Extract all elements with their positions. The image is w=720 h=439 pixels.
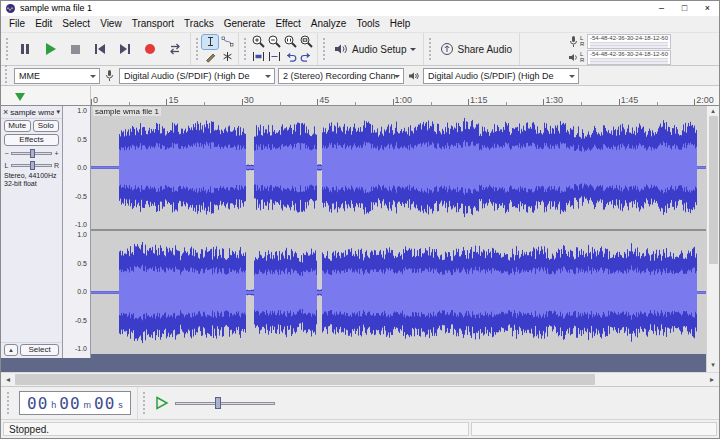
- menu-item[interactable]: Generate: [219, 16, 271, 32]
- menu-item[interactable]: Help: [385, 16, 416, 32]
- pause-button[interactable]: [12, 37, 37, 62]
- silence-audio-button[interactable]: [266, 49, 282, 63]
- close-button[interactable]: ×: [696, 1, 719, 16]
- menu-item[interactable]: Transport: [127, 16, 179, 32]
- vertical-scrollbar-bottom[interactable]: ▾: [706, 358, 719, 372]
- gain-slider[interactable]: − +: [1, 147, 62, 159]
- audacity-logo-icon: [5, 3, 16, 14]
- select-track-button[interactable]: Select: [20, 344, 59, 356]
- meter-scale-label: -18: [642, 35, 651, 42]
- skip-to-end-button[interactable]: [112, 37, 137, 62]
- pan-slider[interactable]: L R: [1, 159, 62, 171]
- pan-slider-thumb[interactable]: [30, 161, 35, 170]
- toolbar-gripper[interactable]: [7, 392, 11, 414]
- draw-tool-button[interactable]: [202, 50, 218, 64]
- waveform-area[interactable]: sample wma file 1: [91, 106, 706, 358]
- zoom-out-button[interactable]: [266, 34, 282, 48]
- effects-button[interactable]: Effects: [4, 134, 59, 146]
- scroll-up-arrow-icon[interactable]: ▴: [711, 106, 715, 116]
- play-at-speed-button[interactable]: [154, 395, 170, 411]
- timeline-ruler[interactable]: 0 15 30 45 1:00 1:15: [91, 86, 719, 105]
- waveform-canvas-left[interactable]: [91, 106, 706, 231]
- play-at-speed-toolbar: [137, 387, 278, 419]
- menu-item[interactable]: Select: [57, 16, 95, 32]
- vertical-ruler[interactable]: 1.00.50.0-0.5-1.0 1.00.50.0-0.5-1.0: [63, 106, 91, 358]
- toolbar-gripper[interactable]: [5, 65, 9, 87]
- collapse-track-button[interactable]: ▲: [4, 344, 18, 356]
- undo-button[interactable]: [282, 49, 298, 63]
- minimize-button[interactable]: –: [650, 1, 673, 16]
- playback-speed-slider[interactable]: [175, 396, 275, 410]
- record-button[interactable]: [137, 37, 162, 62]
- menu-item[interactable]: Analyze: [306, 16, 352, 32]
- menu-item[interactable]: View: [95, 16, 127, 32]
- menu-bar: FileEditSelectViewTransportTracksGenerat…: [1, 16, 719, 32]
- recording-channels-select[interactable]: 2 (Stereo) Recording Chann: [278, 68, 404, 84]
- envelope-tool-button[interactable]: [219, 35, 235, 49]
- empty-track-space[interactable]: [1, 358, 706, 372]
- skip-to-start-button[interactable]: [87, 37, 112, 62]
- recording-device-select[interactable]: Digital Audio (S/PDIF) (High De: [119, 68, 275, 84]
- time-minutes[interactable]: 00: [59, 394, 80, 413]
- fit-project-button[interactable]: [298, 34, 314, 48]
- time-seconds[interactable]: 00: [94, 394, 115, 413]
- selection-tool-button[interactable]: [202, 35, 218, 49]
- time-hours[interactable]: 00: [27, 394, 48, 413]
- timeline-tick: 30: [242, 88, 252, 105]
- pan-slider-groove[interactable]: [11, 164, 52, 167]
- menu-item[interactable]: File: [4, 16, 30, 32]
- vertical-scrollbar[interactable]: ▴: [706, 106, 719, 358]
- recording-meter[interactable]: L R -54-48-42-36-30-24-18-12-60: [568, 34, 671, 49]
- redo-button[interactable]: [298, 49, 314, 63]
- share-audio-button[interactable]: Share Audio: [435, 36, 517, 62]
- audio-setup-button[interactable]: Audio Setup: [329, 36, 420, 62]
- menu-item[interactable]: Edit: [30, 16, 57, 32]
- horizontal-scrollbar-thumb[interactable]: [15, 374, 595, 385]
- gain-slider-groove[interactable]: [11, 152, 52, 155]
- menu-item[interactable]: Effect: [270, 16, 305, 32]
- toolbar-gripper[interactable]: [244, 38, 248, 60]
- meter-scale-label: -24: [633, 51, 642, 58]
- scroll-left-arrow-icon[interactable]: ◂: [1, 375, 15, 384]
- gain-slider-thumb[interactable]: [30, 149, 35, 158]
- meter-bar-right: [590, 45, 668, 48]
- playback-device-select[interactable]: Digital Audio (S/PDIF) (High De: [423, 68, 579, 84]
- toolbar-gripper[interactable]: [323, 38, 327, 60]
- toolbar-gripper[interactable]: [429, 38, 433, 60]
- meter-right-label: R: [580, 41, 586, 47]
- timeline-tick: 1:00: [393, 88, 411, 105]
- fit-selection-button[interactable]: [282, 34, 298, 48]
- scroll-right-arrow-icon[interactable]: ▸: [705, 375, 719, 384]
- mute-button[interactable]: Mute: [4, 120, 31, 132]
- zoom-in-button[interactable]: [250, 34, 266, 48]
- waveform-canvas-right[interactable]: [91, 231, 706, 354]
- loop-button[interactable]: [162, 37, 187, 62]
- amplitude-label: 0.5: [77, 260, 87, 268]
- scroll-down-arrow-icon[interactable]: ▾: [711, 360, 715, 370]
- audio-position-field[interactable]: 00 h 00 m 00 s: [19, 391, 131, 415]
- vertical-scrollbar-thumb[interactable]: [709, 116, 718, 264]
- play-button[interactable]: [37, 37, 62, 62]
- horizontal-scrollbar[interactable]: ◂ ▸: [1, 372, 719, 386]
- playback-meter[interactable]: L R -54-48-42-36-30-24-18-12-60: [568, 50, 671, 65]
- meter-channel-labels: L R: [580, 51, 586, 63]
- toolbar-gripper[interactable]: [196, 38, 200, 60]
- timeline-tick-label: 1:45: [621, 95, 639, 105]
- multi-tool-button[interactable]: [219, 50, 235, 64]
- horizontal-scrollbar-track[interactable]: [15, 373, 705, 386]
- track-title[interactable]: sample wma: [10, 108, 54, 117]
- speed-slider-groove[interactable]: [175, 402, 275, 405]
- toolbar-gripper[interactable]: [143, 392, 147, 414]
- maximize-button[interactable]: □: [673, 1, 696, 16]
- menu-item[interactable]: Tools: [351, 16, 384, 32]
- pinned-playhead-icon[interactable]: [13, 91, 27, 103]
- solo-button[interactable]: Solo: [33, 120, 60, 132]
- audio-host-select[interactable]: MME: [14, 68, 100, 84]
- stop-button[interactable]: [62, 37, 87, 62]
- menu-item[interactable]: Tracks: [179, 16, 219, 32]
- toolbar-gripper[interactable]: [6, 38, 10, 60]
- track-menu-caret-icon[interactable]: ▾: [56, 108, 60, 116]
- trim-audio-button[interactable]: [250, 49, 266, 63]
- speed-slider-thumb[interactable]: [215, 397, 221, 409]
- track-close-button[interactable]: ×: [3, 106, 8, 118]
